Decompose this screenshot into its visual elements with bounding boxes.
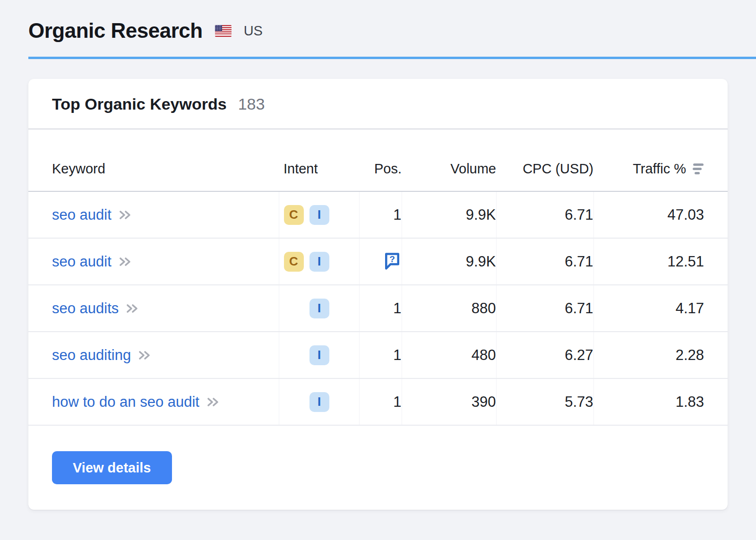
intent-badges: C I	[284, 252, 359, 272]
keyword-link[interactable]: seo audit	[52, 253, 132, 270]
card-header: Top Organic Keywords 183	[28, 79, 728, 129]
region-label: US	[244, 23, 263, 39]
traffic-value: 12.51	[667, 253, 704, 270]
keyword-chevron-icon	[207, 397, 220, 407]
intent-badges: I	[284, 392, 359, 412]
us-flag-icon	[215, 25, 232, 37]
intent-badge-commercial: C	[284, 252, 304, 272]
intent-badges: C I	[284, 205, 359, 225]
traffic-value: 1.83	[676, 394, 704, 410]
table-row: seo audit C I 1 9.9K 6.71 47.03	[28, 191, 728, 238]
keywords-table-body: seo audit C I 1 9.9K 6.71 47.03 seo audi…	[28, 191, 728, 425]
volume-value: 9.9K	[466, 253, 496, 270]
table-row: seo audits I 1 880 6.71 4.17	[28, 285, 728, 332]
keyword-chevron-icon	[119, 210, 132, 220]
serp-question-bubble-icon: ?	[383, 250, 402, 271]
card-footer: View details	[28, 426, 728, 510]
col-header-intent[interactable]: Intent	[279, 129, 359, 191]
table-row: seo audit C I ? 9.9K 6.71 12.51	[28, 238, 728, 285]
position-value: 1	[393, 300, 401, 317]
keyword-link[interactable]: seo audits	[52, 300, 139, 317]
cpc-value: 6.71	[565, 300, 593, 317]
col-header-volume[interactable]: Volume	[402, 129, 496, 191]
col-header-pos[interactable]: Pos.	[359, 129, 402, 191]
cpc-value: 5.73	[565, 394, 593, 410]
col-header-traffic-label: Traffic %	[633, 161, 686, 177]
col-header-cpc[interactable]: CPC (USD)	[496, 129, 593, 191]
traffic-value: 47.03	[667, 206, 704, 223]
position-value: 1	[393, 394, 401, 410]
col-header-traffic[interactable]: Traffic %	[593, 129, 728, 191]
intent-badges: I	[284, 345, 359, 365]
view-details-button[interactable]: View details	[52, 451, 172, 484]
volume-value: 880	[472, 300, 496, 317]
intent-badges: I	[284, 299, 359, 318]
position-value: 1	[393, 347, 401, 363]
header-accent-rule	[28, 57, 756, 59]
intent-badge-informational: I	[309, 345, 329, 365]
page-header: Organic Research US	[28, 19, 728, 43]
table-row: seo auditing I 1 480 6.27 2.28	[28, 332, 728, 378]
cpc-value: 6.27	[565, 347, 593, 363]
keyword-chevron-icon	[138, 351, 152, 360]
top-organic-keywords-card: Top Organic Keywords 183 Keyword Intent …	[28, 79, 728, 510]
intent-badge-informational: I	[309, 205, 329, 225]
cpc-value: 6.71	[565, 206, 593, 223]
cpc-value: 6.71	[565, 253, 593, 270]
volume-value: 480	[472, 347, 496, 363]
svg-text:?: ?	[389, 254, 395, 264]
keyword-chevron-icon	[126, 304, 139, 313]
sort-descending-icon	[693, 163, 704, 174]
keywords-table: Keyword Intent Pos. Volume CPC (USD) Tra…	[28, 129, 728, 426]
keyword-text: how to do an seo audit	[52, 394, 199, 411]
volume-value: 9.9K	[466, 206, 496, 223]
keyword-text: seo audits	[52, 300, 119, 317]
position-value: 1	[393, 206, 401, 223]
col-header-keyword[interactable]: Keyword	[28, 129, 279, 191]
keyword-link[interactable]: how to do an seo audit	[52, 394, 220, 411]
traffic-value: 2.28	[676, 347, 704, 363]
keyword-link[interactable]: seo auditing	[52, 347, 152, 364]
card-title: Top Organic Keywords	[52, 95, 227, 113]
intent-badge-commercial: C	[284, 205, 304, 225]
keyword-text: seo audit	[52, 253, 112, 270]
keyword-text: seo auditing	[52, 347, 131, 364]
volume-value: 390	[472, 394, 496, 410]
intent-badge-informational: I	[309, 392, 329, 412]
page-title: Organic Research	[28, 19, 203, 43]
keyword-link[interactable]: seo audit	[52, 206, 132, 223]
keyword-text: seo audit	[52, 206, 112, 223]
table-header-row: Keyword Intent Pos. Volume CPC (USD) Tra…	[28, 129, 728, 191]
intent-badge-informational: I	[309, 252, 329, 272]
traffic-value: 4.17	[676, 300, 704, 317]
keyword-chevron-icon	[119, 257, 132, 266]
keyword-count: 183	[238, 95, 265, 113]
intent-badge-informational: I	[309, 299, 329, 318]
table-row: how to do an seo audit I 1 390 5.73 1.83	[28, 378, 728, 425]
